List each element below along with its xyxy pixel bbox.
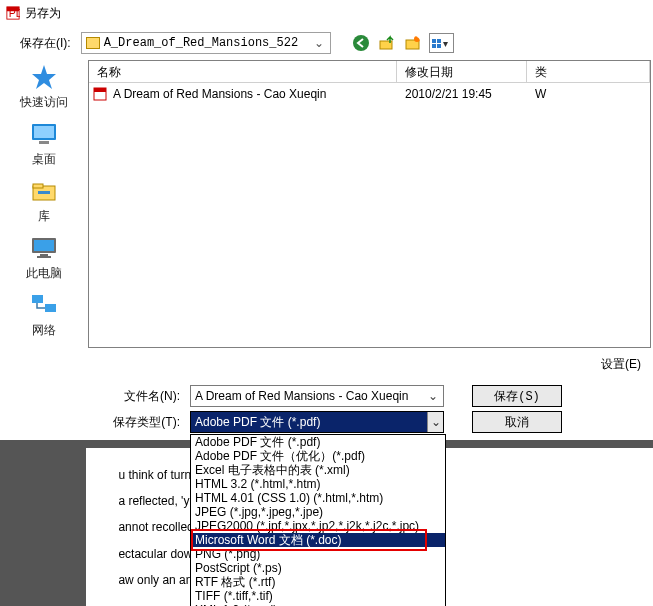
save-button[interactable]: 保存(S): [472, 385, 562, 407]
pdf-icon: PDF: [6, 6, 20, 20]
type-option[interactable]: Excel 电子表格中的表 (*.xml): [191, 463, 445, 477]
svg-rect-11: [39, 141, 49, 144]
type-option[interactable]: PNG (*.png): [191, 547, 445, 561]
svg-rect-16: [34, 240, 54, 251]
place-thispc[interactable]: 此电脑: [9, 233, 79, 282]
type-option[interactable]: PostScript (*.ps): [191, 561, 445, 575]
place-label: 快速访问: [20, 94, 68, 111]
place-network[interactable]: 网络: [9, 290, 79, 339]
filename-combo[interactable]: A Dream of Red Mansions - Cao Xueqin ⌄: [190, 385, 444, 407]
folder-combo[interactable]: A_Dream_of_Red_Mansions_522 ⌄: [81, 32, 331, 54]
svg-rect-14: [38, 191, 50, 194]
cancel-button[interactable]: 取消: [472, 411, 562, 433]
place-library[interactable]: 库: [9, 176, 79, 225]
type-option[interactable]: JPEG2000 (*.jpf,*.jpx,*.jp2,*.j2k,*.j2c,…: [191, 519, 445, 533]
svg-rect-19: [32, 295, 43, 303]
chevron-down-icon[interactable]: ⌄: [427, 389, 439, 403]
file-name: A Dream of Red Mansions - Cao Xueqin: [113, 87, 326, 101]
place-quick[interactable]: 快速访问: [9, 62, 79, 111]
pdf-file-icon: [93, 87, 107, 101]
chevron-down-icon: ▾: [441, 38, 451, 49]
new-folder-button[interactable]: ✦: [403, 33, 423, 53]
toolbar: ✦ ▾: [351, 33, 454, 53]
savein-label: 保存在(I):: [20, 35, 71, 52]
place-label: 库: [38, 208, 50, 225]
svg-rect-13: [33, 184, 43, 188]
settings-row: 设置(E): [0, 348, 653, 377]
settings-button[interactable]: 设置(E): [593, 354, 649, 375]
type-label: 保存类型(T):: [100, 414, 180, 431]
type-option[interactable]: Microsoft Word 文档 (*.doc): [191, 533, 445, 547]
place-label: 桌面: [32, 151, 56, 168]
filename-label: 文件名(N):: [100, 388, 180, 405]
chevron-down-icon[interactable]: ⌄: [312, 36, 326, 50]
svg-marker-8: [32, 65, 56, 89]
type-combo[interactable]: Adobe PDF 文件 (*.pdf) ⌄ Adobe PDF 文件 (*.p…: [190, 411, 444, 433]
place-label: 此电脑: [26, 265, 62, 282]
col-date[interactable]: 修改日期: [397, 61, 527, 82]
file-list[interactable]: 名称 修改日期 类 A Dream of Red Mansions - Cao …: [88, 60, 651, 348]
back-button[interactable]: [351, 33, 371, 53]
col-name[interactable]: 名称: [89, 61, 397, 82]
type-dropdown[interactable]: Adobe PDF 文件 (*.pdf)Adobe PDF 文件（优化）(*.p…: [190, 434, 446, 606]
type-option[interactable]: Adobe PDF 文件（优化）(*.pdf): [191, 449, 445, 463]
file-row[interactable]: A Dream of Red Mansions - Cao Xueqin 201…: [89, 83, 650, 105]
place-desktop[interactable]: 桌面: [9, 119, 79, 168]
savein-row: 保存在(I): A_Dream_of_Red_Mansions_522 ⌄ ✦ …: [0, 26, 653, 56]
type-option[interactable]: Adobe PDF 文件 (*.pdf): [191, 435, 445, 449]
titlebar: PDF 另存为: [0, 0, 653, 26]
folder-icon: [86, 37, 100, 49]
col-type[interactable]: 类: [527, 61, 650, 82]
svg-point-3: [353, 35, 369, 51]
chevron-down-icon[interactable]: ⌄: [427, 412, 443, 432]
svg-text:PDF: PDF: [9, 7, 20, 19]
svg-rect-17: [40, 254, 48, 256]
file-header: 名称 修改日期 类: [89, 61, 650, 83]
place-label: 网络: [32, 322, 56, 339]
type-option[interactable]: HTML 3.2 (*.html,*.htm): [191, 477, 445, 491]
type-option[interactable]: JPEG (*.jpg,*.jpeg,*.jpe): [191, 505, 445, 519]
places-bar: 快速访问 桌面 库 此电脑 网络: [0, 56, 88, 348]
svg-rect-18: [37, 256, 51, 258]
svg-rect-20: [45, 304, 56, 312]
svg-rect-10: [34, 126, 54, 138]
view-button[interactable]: ▾: [429, 33, 454, 53]
bottom-panel: 文件名(N): A Dream of Red Mansions - Cao Xu…: [0, 377, 653, 437]
window-title: 另存为: [25, 5, 61, 22]
svg-rect-22: [94, 88, 106, 92]
type-option[interactable]: RTF 格式 (*.rtf): [191, 575, 445, 589]
file-date: 2010/2/21 19:45: [397, 87, 527, 101]
up-button[interactable]: [377, 33, 397, 53]
type-option[interactable]: TIFF (*.tiff,*.tif): [191, 589, 445, 603]
svg-text:✦: ✦: [415, 34, 422, 44]
file-type: W: [527, 87, 650, 101]
type-selected: Adobe PDF 文件 (*.pdf): [191, 412, 427, 432]
main-area: 快速访问 桌面 库 此电脑 网络 名称 修改日期 类 A Dream of R: [0, 56, 653, 348]
filename-value: A Dream of Red Mansions - Cao Xueqin: [195, 389, 427, 403]
type-option[interactable]: HTML 4.01 (CSS 1.0) (*.html,*.htm): [191, 491, 445, 505]
folder-name: A_Dream_of_Red_Mansions_522: [104, 36, 312, 50]
